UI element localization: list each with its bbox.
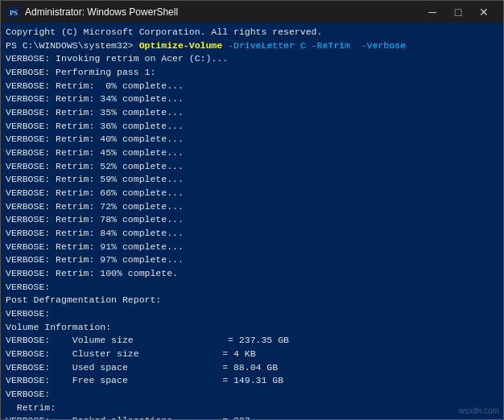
command-text: Optimize-Volume	[139, 40, 223, 51]
terminal-line: Volume Information:	[6, 321, 498, 335]
terminal-line: Post Defragmentation Report:	[6, 294, 498, 307]
terminal-line: VERBOSE: Retrim: 100% complete.	[6, 267, 498, 281]
terminal-line: VERBOSE: Retrim: 40% complete...	[6, 133, 498, 146]
terminal-line: VERBOSE: Performing pass 1:	[6, 66, 498, 80]
terminal-line: VERBOSE: Cluster size = 4 KB	[6, 348, 498, 361]
terminal-line: VERBOSE: Invoking retrim on Acer (C:)...	[6, 52, 498, 66]
prompt: PS C:\WINDOWS\system32>	[6, 40, 139, 51]
terminal-line: VERBOSE: Retrim: 66% complete...	[6, 187, 498, 200]
output-area: VERBOSE: Invoking retrim on Acer (C:)...…	[6, 52, 498, 420]
terminal-line: VERBOSE: Retrim: 78% complete...	[6, 213, 498, 227]
terminal-line: VERBOSE: Retrim: 34% complete...	[6, 93, 498, 106]
terminal-line: VERBOSE: Volume size = 237.35 GB	[6, 334, 498, 348]
terminal-line: VERBOSE: Retrim: 35% complete...	[6, 106, 498, 120]
terminal-line: VERBOSE: Used space = 88.04 GB	[6, 361, 498, 375]
terminal-line: VERBOSE: Retrim: 0% complete...	[6, 80, 498, 93]
close-button[interactable]: ✕	[471, 1, 497, 23]
params-text: -DriveLetter C -ReTrim -Verbose	[222, 40, 406, 51]
terminal-line: VERBOSE:	[6, 281, 498, 294]
terminal-line: Retrim:	[6, 401, 498, 415]
terminal-line: VERBOSE: Retrim: 91% complete...	[6, 241, 498, 254]
window-controls: ─ □ ✕	[419, 1, 497, 23]
app-icon: PS	[7, 6, 20, 19]
titlebar: PS Administrator: Windows PowerShell ─ □…	[0, 0, 504, 23]
terminal-line: VERBOSE: Retrim: 84% complete...	[6, 227, 498, 241]
copyright-line: Copyright (C) Microsoft Corporation. All…	[6, 26, 498, 39]
terminal-line: VERBOSE: Free space = 149.31 GB	[6, 374, 498, 388]
svg-text:PS: PS	[10, 9, 18, 17]
terminal-line: VERBOSE: Retrim: 97% complete...	[6, 253, 498, 267]
terminal-line: VERBOSE: Retrim: 59% complete...	[6, 173, 498, 187]
command-line: PS C:\WINDOWS\system32> Optimize-Volume …	[6, 39, 498, 53]
terminal-line: VERBOSE: Retrim: 45% complete...	[6, 146, 498, 160]
terminal-line: VERBOSE: Backed allocations = 237	[6, 414, 498, 420]
terminal-line: VERBOSE: Retrim: 36% complete...	[6, 120, 498, 134]
maximize-button[interactable]: □	[445, 1, 471, 23]
terminal-line: VERBOSE:	[6, 388, 498, 401]
terminal-line: VERBOSE:	[6, 307, 498, 321]
terminal-body: Copyright (C) Microsoft Corporation. All…	[0, 23, 504, 420]
terminal-line: VERBOSE: Retrim: 72% complete...	[6, 200, 498, 214]
terminal-line: VERBOSE: Retrim: 52% complete...	[6, 160, 498, 174]
window-title: Administrator: Windows PowerShell	[25, 6, 419, 18]
minimize-button[interactable]: ─	[419, 1, 445, 23]
